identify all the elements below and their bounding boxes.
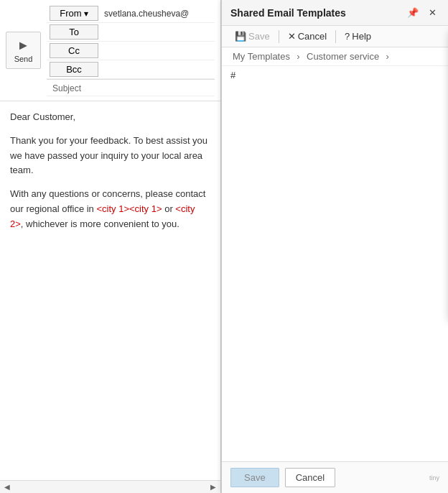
subject-input[interactable]: [88, 83, 209, 93]
help-icon: ?: [345, 31, 350, 42]
email-body: Dear Customer, Thank you for your feedba…: [0, 101, 220, 480]
cc-label: Cc: [68, 45, 80, 56]
scroll-left-icon[interactable]: ◀: [4, 483, 10, 491]
from-input[interactable]: [101, 7, 215, 20]
cc-button[interactable]: Cc: [50, 43, 98, 58]
panel-footer: Save Cancel tiny: [222, 461, 448, 493]
send-button[interactable]: ► Send: [6, 32, 41, 69]
breadcrumb-separator1: ›: [297, 51, 299, 62]
toolbar-separator: [279, 30, 279, 43]
save-disk-icon: 💾: [235, 31, 246, 42]
save-toolbar-label: Save: [248, 31, 270, 42]
panel-header-actions: 📌 ✕: [404, 6, 439, 19]
cc-input[interactable]: [101, 45, 215, 57]
close-icon: ✕: [429, 7, 437, 18]
subject-label: Subject: [52, 83, 88, 93]
to-input[interactable]: [101, 26, 215, 39]
subject-row: Subject: [47, 81, 215, 96]
cc-row: Cc: [47, 42, 215, 60]
from-row: From: [47, 4, 215, 23]
to-label: To: [69, 27, 79, 37]
to-row: To: [47, 23, 215, 42]
body-paragraph2: With any questions or concerns, please c…: [10, 187, 210, 231]
body-end-text: , whichever is more convenient to you.: [21, 218, 179, 229]
toolbar-separator2: [335, 30, 336, 43]
city1-link[interactable]: <city 1>: [96, 203, 129, 214]
body-paragraph1: Thank you for your feedback. To best ass…: [10, 134, 210, 178]
cancel-toolbar-label: Cancel: [298, 31, 327, 42]
email-compose-panel: ► Send From To: [0, 0, 221, 493]
tiny-label: tiny: [429, 474, 439, 482]
save-footer-button[interactable]: Save: [230, 468, 279, 487]
from-button[interactable]: From: [50, 6, 98, 21]
scroll-right-icon[interactable]: ▶: [210, 483, 216, 491]
bcc-input[interactable]: [101, 63, 215, 76]
from-label: From: [60, 8, 81, 19]
city1-text: <city 1>: [129, 203, 162, 214]
email-fields: From To Cc: [47, 4, 215, 80]
cancel-toolbar-button[interactable]: ✕ Cancel: [282, 29, 332, 44]
send-icon: ►: [17, 38, 30, 53]
send-label: Send: [14, 55, 33, 63]
cancel-x-icon: ✕: [288, 31, 296, 42]
email-footer: ◀ ▶: [0, 480, 220, 493]
body-or-text: or: [164, 203, 173, 214]
pin-icon: 📌: [407, 7, 419, 18]
breadcrumb: My Templates › Customer service ›: [222, 47, 448, 66]
pin-button[interactable]: 📌: [404, 6, 421, 19]
close-panel-button[interactable]: ✕: [426, 6, 439, 19]
panel-toolbar: 💾 Save ✕ Cancel ? Help: [222, 26, 448, 47]
help-toolbar-button[interactable]: ? Help: [339, 29, 377, 44]
hash-label: #: [222, 66, 448, 82]
help-toolbar-label: Help: [352, 31, 371, 42]
cancel-footer-button[interactable]: Cancel: [285, 468, 335, 487]
save-toolbar-button[interactable]: 💾 Save: [229, 29, 276, 44]
panel-title: Shared Email Templates: [230, 7, 346, 19]
email-toolbar: ► Send From To: [0, 0, 220, 101]
bcc-row: Bcc: [47, 60, 215, 79]
to-button[interactable]: To: [50, 24, 98, 40]
breadcrumb-separator2: ›: [386, 51, 388, 62]
breadcrumb-my-templates[interactable]: My Templates: [233, 51, 290, 62]
body-greeting: Dear Customer,: [10, 110, 210, 125]
bcc-label: Bcc: [66, 64, 82, 75]
bcc-button[interactable]: Bcc: [50, 62, 98, 77]
breadcrumb-customer-service[interactable]: Customer service: [307, 51, 379, 62]
panel-header: Shared Email Templates 📌 ✕: [222, 0, 448, 26]
templates-panel: Shared Email Templates 📌 ✕ 💾 Save ✕ Canc…: [221, 0, 448, 493]
from-chevron-icon: [84, 8, 88, 19]
